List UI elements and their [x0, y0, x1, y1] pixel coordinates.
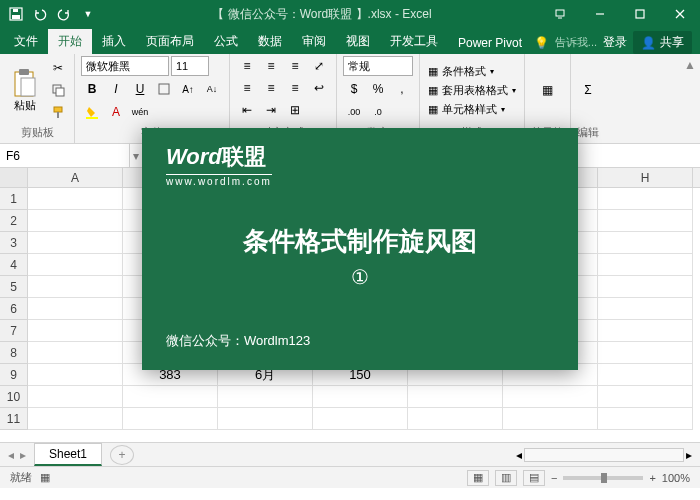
align-middle-button[interactable]: ≡ — [260, 56, 282, 76]
fill-color-button[interactable] — [81, 102, 103, 122]
tab-home[interactable]: 开始 — [48, 29, 92, 54]
font-name-combo[interactable]: 微软雅黑 — [81, 56, 169, 76]
sheet-nav[interactable]: ◂▸ — [0, 448, 34, 462]
login-link[interactable]: 登录 — [603, 34, 627, 51]
cell-style-icon: ▦ — [428, 103, 438, 116]
align-center-button[interactable]: ≡ — [260, 78, 282, 98]
row-header[interactable]: 1 — [0, 188, 28, 210]
tab-powerpivot[interactable]: Power Pivot — [448, 32, 532, 54]
maximize-icon[interactable] — [620, 0, 660, 28]
align-top-button[interactable]: ≡ — [236, 56, 258, 76]
share-button[interactable]: 👤 共享 — [633, 31, 692, 54]
indent-decrease-button[interactable]: ⇤ — [236, 100, 258, 120]
align-bottom-button[interactable]: ≡ — [284, 56, 306, 76]
font-color-button[interactable]: A — [105, 102, 127, 122]
row-header[interactable]: 8 — [0, 342, 28, 364]
row-header[interactable]: 6 — [0, 298, 28, 320]
orientation-button[interactable]: ⤢ — [308, 56, 330, 76]
undo-icon[interactable] — [32, 6, 48, 22]
copy-icon[interactable] — [48, 80, 68, 100]
border-button[interactable] — [153, 79, 175, 99]
name-box-dropdown-icon[interactable]: ▾ — [130, 144, 142, 167]
tab-data[interactable]: 数据 — [248, 29, 292, 54]
tab-insert[interactable]: 插入 — [92, 29, 136, 54]
col-header[interactable]: H — [598, 168, 693, 187]
editing-button[interactable]: Σ — [577, 80, 599, 100]
ribbon-options-icon[interactable] — [540, 0, 580, 28]
svg-rect-16 — [86, 117, 98, 119]
bold-button[interactable]: B — [81, 79, 103, 99]
cell-styles-button[interactable]: ▦单元格样式▾ — [426, 101, 518, 118]
zoom-in-button[interactable]: + — [649, 472, 655, 484]
row-header[interactable]: 3 — [0, 232, 28, 254]
quick-access-toolbar: ▼ — [0, 6, 104, 22]
page-break-view-button[interactable]: ▤ — [523, 470, 545, 486]
minimize-icon[interactable] — [580, 0, 620, 28]
tab-file[interactable]: 文件 — [4, 29, 48, 54]
overlay-url: www.wordlm.com — [166, 174, 272, 187]
name-box[interactable]: F6 — [0, 144, 130, 167]
italic-button[interactable]: I — [105, 79, 127, 99]
tab-layout[interactable]: 页面布局 — [136, 29, 204, 54]
page-layout-view-button[interactable]: ▥ — [495, 470, 517, 486]
row-header[interactable]: 5 — [0, 276, 28, 298]
underline-button[interactable]: U — [129, 79, 151, 99]
tab-view[interactable]: 视图 — [336, 29, 380, 54]
share-label: 共享 — [660, 34, 684, 51]
share-icon: 👤 — [641, 36, 656, 50]
horizontal-scrollbar[interactable]: ◂▸ — [516, 448, 700, 462]
align-left-button[interactable]: ≡ — [236, 78, 258, 98]
svg-rect-1 — [12, 15, 20, 19]
overlay-title: 条件格式制作旋风图 — [166, 224, 554, 259]
font-size-combo[interactable]: 11 — [171, 56, 209, 76]
cut-icon[interactable]: ✂ — [48, 58, 68, 78]
format-painter-icon[interactable] — [48, 102, 68, 122]
paste-button[interactable]: 粘贴 — [6, 65, 44, 115]
tab-review[interactable]: 审阅 — [292, 29, 336, 54]
phonetic-button[interactable]: wén — [129, 102, 151, 122]
normal-view-button[interactable]: ▦ — [467, 470, 489, 486]
comma-button[interactable]: , — [391, 79, 413, 99]
overlay-number: ① — [166, 265, 554, 289]
zoom-slider[interactable] — [563, 476, 643, 480]
number-format-combo[interactable]: 常规 — [343, 56, 413, 76]
font-increase-button[interactable]: A↑ — [177, 79, 199, 99]
tell-me-icon[interactable]: 💡 — [534, 36, 549, 50]
format-as-table-button[interactable]: ▦套用表格格式▾ — [426, 82, 518, 99]
select-all-corner[interactable] — [0, 168, 28, 187]
tab-formulas[interactable]: 公式 — [204, 29, 248, 54]
row-header[interactable]: 2 — [0, 210, 28, 232]
col-header[interactable]: A — [28, 168, 123, 187]
insert-cells-button[interactable]: ▦ — [537, 80, 559, 100]
status-text: 就绪 — [10, 470, 32, 485]
tab-developer[interactable]: 开发工具 — [380, 29, 448, 54]
add-sheet-button[interactable]: + — [110, 445, 134, 465]
qat-dropdown-icon[interactable]: ▼ — [80, 6, 96, 22]
align-right-button[interactable]: ≡ — [284, 78, 306, 98]
row-header[interactable]: 4 — [0, 254, 28, 276]
indent-increase-button[interactable]: ⇥ — [260, 100, 282, 120]
redo-icon[interactable] — [56, 6, 72, 22]
merge-button[interactable]: ⊞ — [284, 100, 306, 120]
row-header[interactable]: 7 — [0, 320, 28, 342]
macro-record-icon[interactable]: ▦ — [40, 471, 50, 484]
zoom-percent[interactable]: 100% — [662, 472, 690, 484]
zoom-out-button[interactable]: − — [551, 472, 557, 484]
decimal-decrease-button[interactable]: .0 — [367, 102, 389, 122]
wrap-text-button[interactable]: ↩ — [308, 78, 330, 98]
conditional-format-button[interactable]: ▦条件格式▾ — [426, 63, 518, 80]
currency-button[interactable]: $ — [343, 79, 365, 99]
close-icon[interactable] — [660, 0, 700, 28]
cond-format-icon: ▦ — [428, 65, 438, 78]
status-bar: 就绪 ▦ ▦ ▥ ▤ − + 100% — [0, 466, 700, 488]
decimal-increase-button[interactable]: .00 — [343, 102, 365, 122]
percent-button[interactable]: % — [367, 79, 389, 99]
tell-me-input[interactable]: 告诉我... — [555, 35, 597, 50]
collapse-ribbon-icon[interactable]: ▲ — [680, 54, 700, 143]
font-decrease-button[interactable]: A↓ — [201, 79, 223, 99]
save-icon[interactable] — [8, 6, 24, 22]
row-header[interactable]: 9 — [0, 364, 28, 386]
row-header[interactable]: 10 — [0, 386, 28, 408]
row-header[interactable]: 11 — [0, 408, 28, 430]
sheet-tab[interactable]: Sheet1 — [34, 443, 102, 466]
